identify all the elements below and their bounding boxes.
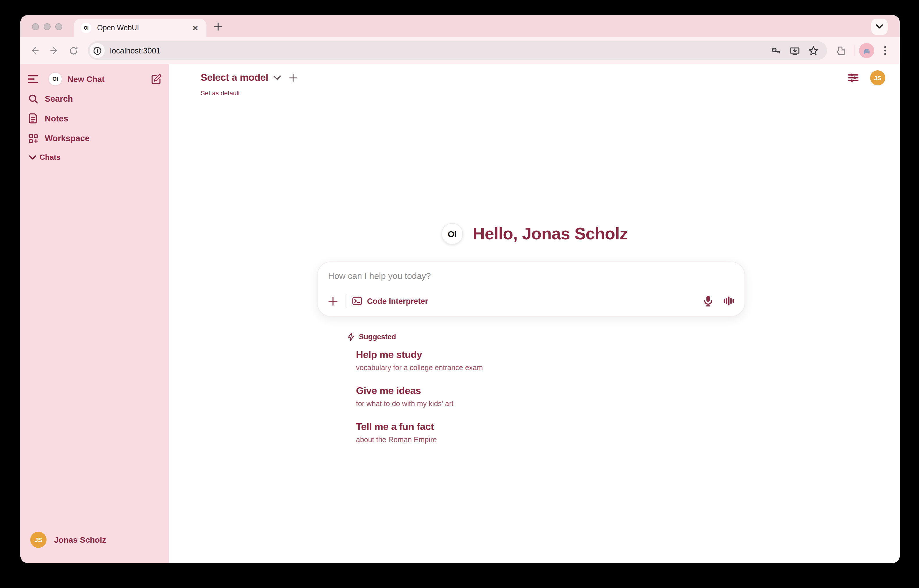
suggestion-item[interactable]: Give me ideas for what to do with my kid…	[356, 384, 766, 409]
code-interpreter-toggle[interactable]: Code Interpreter	[352, 296, 428, 306]
suggestion-title: Help me study	[356, 349, 766, 362]
browser-menu-button[interactable]	[878, 43, 893, 58]
set-as-default-link[interactable]: Set as default	[201, 89, 240, 97]
password-manager-button[interactable]	[768, 42, 784, 59]
install-app-button[interactable]	[786, 42, 803, 59]
suggestion-item[interactable]: Help me study vocabulary for a college e…	[356, 349, 766, 373]
kebab-menu-icon	[884, 46, 887, 55]
new-chat-button[interactable]: New Chat	[68, 71, 105, 87]
app-logo-large: OI	[441, 223, 463, 245]
site-info-button[interactable]	[89, 43, 105, 58]
greeting-text: Hello, Jonas Scholz	[473, 224, 627, 244]
monitor-download-icon	[789, 45, 800, 56]
voice-call-button[interactable]	[721, 293, 736, 309]
notes-icon	[28, 110, 39, 127]
dictate-button[interactable]	[700, 293, 715, 309]
extensions-button[interactable]	[833, 42, 849, 59]
sidebar: OI New Chat	[20, 64, 169, 563]
sidebar-item-label: Notes	[45, 110, 68, 127]
account-avatar-button[interactable]: JS	[870, 70, 885, 86]
plus-icon	[214, 23, 222, 31]
back-arrow-icon	[30, 45, 40, 56]
key-icon	[770, 45, 781, 56]
search-icon	[28, 90, 39, 107]
chevron-down-icon	[274, 76, 281, 80]
chevron-down-icon	[29, 149, 37, 166]
pencil-square-icon	[150, 73, 161, 84]
suggested-header: Suggested	[347, 332, 766, 341]
browser-window: OI Open WebUI ✕	[20, 15, 900, 563]
chats-section-toggle[interactable]: Chats	[20, 149, 169, 166]
suggestion-title: Tell me a fun fact	[356, 421, 766, 433]
new-tab-button[interactable]	[211, 20, 225, 34]
tab-title: Open WebUI	[97, 24, 190, 32]
browser-toolbar: localhost:3001	[20, 37, 900, 64]
compose-button[interactable]	[149, 71, 162, 87]
suggestion-subtitle: for what to do with my kids' art	[356, 399, 766, 409]
plus-icon	[289, 74, 298, 82]
sidebar-item-search[interactable]: Search	[20, 90, 169, 107]
waveform-icon	[723, 295, 734, 307]
tab-search-button[interactable]	[871, 19, 888, 35]
sidebar-item-label: Workspace	[45, 130, 89, 146]
add-model-button[interactable]	[289, 74, 298, 82]
traffic-light-zoom[interactable]	[55, 23, 62, 30]
terminal-icon	[352, 296, 362, 306]
bookmark-button[interactable]	[805, 42, 821, 59]
sidebar-item-workspace[interactable]: Workspace	[20, 130, 169, 146]
greeting: OI Hello, Jonas Scholz	[169, 223, 900, 245]
suggestion-title: Give me ideas	[356, 384, 766, 397]
suggestion-list: Help me study vocabulary for a college e…	[347, 349, 766, 445]
page-content: OI New Chat	[20, 64, 900, 563]
forward-button[interactable]	[45, 42, 63, 59]
code-interpreter-label: Code Interpreter	[367, 297, 428, 305]
traffic-light-minimize[interactable]	[44, 23, 50, 30]
suggestion-subtitle: vocabulary for a college entrance exam	[356, 363, 766, 373]
user-name: Jonas Scholz	[54, 531, 106, 548]
url-text: localhost:3001	[110, 46, 765, 55]
header-controls: JS	[847, 70, 885, 86]
suggestion-subtitle: about the Roman Empire	[356, 435, 766, 445]
screen: OI Open WebUI ✕	[0, 0, 919, 588]
attach-button[interactable]	[324, 293, 341, 309]
sidebar-item-label: Search	[45, 90, 73, 107]
suggestion-item[interactable]: Tell me a fun fact about the Roman Empir…	[356, 421, 766, 445]
input-toolbar: Code Interpreter	[324, 291, 736, 312]
browser-tab[interactable]: OI Open WebUI ✕	[74, 19, 206, 37]
microphone-icon	[703, 295, 713, 307]
app-logo: OI	[49, 73, 62, 86]
toolbar-right-cluster	[833, 42, 893, 59]
chats-section-label: Chats	[40, 149, 60, 166]
tab-strip: OI Open WebUI ✕	[20, 15, 900, 37]
reload-icon	[68, 45, 78, 55]
sidebar-toggle-button[interactable]	[28, 71, 39, 87]
chat-main: Select a model Set as default	[169, 64, 900, 563]
input-divider	[345, 295, 346, 307]
suggested-label: Suggested	[359, 333, 396, 341]
message-input-card: Code Interpreter	[317, 262, 745, 317]
star-icon	[808, 45, 819, 56]
controls-button[interactable]	[847, 71, 860, 84]
tab-close-icon[interactable]: ✕	[190, 23, 201, 33]
profile-elephant-icon	[861, 45, 872, 56]
sliders-icon	[848, 72, 859, 84]
chevron-down-icon	[876, 24, 883, 29]
traffic-light-close[interactable]	[32, 23, 39, 30]
model-selector[interactable]: Select a model	[201, 72, 298, 84]
suggested-section: Suggested Help me study vocabulary for a…	[347, 332, 766, 457]
message-input[interactable]	[328, 271, 734, 291]
toolbar-divider	[854, 45, 854, 56]
lightning-icon	[347, 332, 355, 341]
puzzle-icon	[836, 45, 846, 56]
user-avatar: JS	[30, 531, 47, 548]
forward-arrow-icon	[49, 45, 59, 56]
address-bar[interactable]: localhost:3001	[88, 41, 827, 60]
sidebar-user-menu[interactable]: JS Jonas Scholz	[20, 531, 169, 548]
hamburger-icon	[28, 75, 38, 83]
back-button[interactable]	[26, 42, 44, 59]
browser-profile-button[interactable]	[859, 43, 874, 58]
plus-icon	[328, 296, 338, 306]
reload-button[interactable]	[65, 42, 82, 59]
sidebar-item-notes[interactable]: Notes	[20, 110, 169, 127]
sidebar-header: OI New Chat	[20, 71, 169, 87]
